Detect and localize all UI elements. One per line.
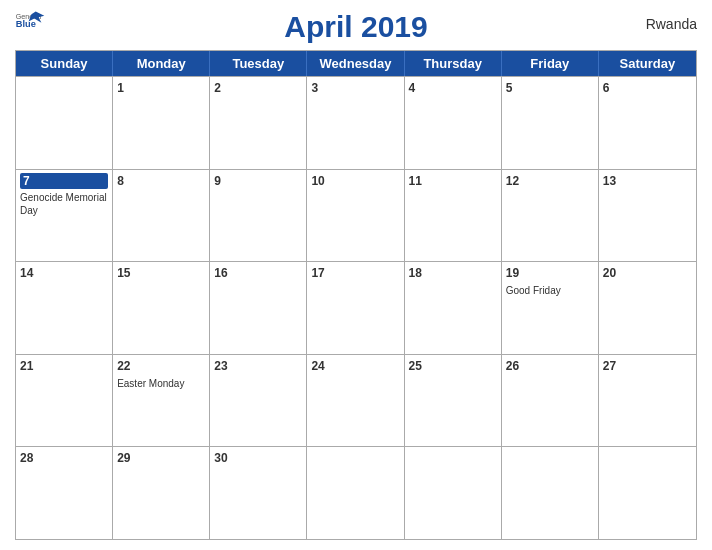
week-row-5: 282930 bbox=[16, 446, 696, 539]
country-label: Rwanda bbox=[646, 16, 697, 32]
calendar-grid: Sunday Monday Tuesday Wednesday Thursday… bbox=[15, 50, 697, 540]
header-wednesday: Wednesday bbox=[307, 51, 404, 76]
day-number: 15 bbox=[117, 265, 205, 282]
svg-text:Blue: Blue bbox=[16, 19, 36, 29]
day-number: 26 bbox=[506, 358, 594, 375]
day-number: 14 bbox=[20, 265, 108, 282]
day-number: 18 bbox=[409, 265, 497, 282]
day-number: 20 bbox=[603, 265, 692, 282]
day-cell-2-2: 16 bbox=[210, 262, 307, 354]
day-number: 21 bbox=[20, 358, 108, 375]
week-row-4: 2122Easter Monday2324252627 bbox=[16, 354, 696, 447]
day-cell-3-3: 24 bbox=[307, 355, 404, 447]
day-cell-2-4: 18 bbox=[405, 262, 502, 354]
day-cell-3-5: 26 bbox=[502, 355, 599, 447]
day-cell-0-1: 1 bbox=[113, 77, 210, 169]
header: General Blue April 2019 Rwanda bbox=[15, 10, 697, 44]
day-number: 17 bbox=[311, 265, 399, 282]
day-headers-row: Sunday Monday Tuesday Wednesday Thursday… bbox=[16, 51, 696, 76]
event-label: Genocide Memorial Day bbox=[20, 191, 108, 217]
day-cell-4-1: 29 bbox=[113, 447, 210, 539]
day-cell-1-3: 10 bbox=[307, 170, 404, 262]
day-cell-0-6: 6 bbox=[599, 77, 696, 169]
day-cell-0-2: 2 bbox=[210, 77, 307, 169]
header-monday: Monday bbox=[113, 51, 210, 76]
day-number: 28 bbox=[20, 450, 108, 467]
header-saturday: Saturday bbox=[599, 51, 696, 76]
header-friday: Friday bbox=[502, 51, 599, 76]
day-number: 25 bbox=[409, 358, 497, 375]
header-tuesday: Tuesday bbox=[210, 51, 307, 76]
calendar-title: April 2019 bbox=[284, 10, 427, 44]
day-cell-2-1: 15 bbox=[113, 262, 210, 354]
day-cell-1-1: 8 bbox=[113, 170, 210, 262]
day-cell-0-4: 4 bbox=[405, 77, 502, 169]
weeks-container: 1234567Genocide Memorial Day891011121314… bbox=[16, 76, 696, 539]
day-number: 29 bbox=[117, 450, 205, 467]
day-number: 19 bbox=[506, 265, 594, 282]
day-number: 9 bbox=[214, 173, 302, 190]
calendar-page: General Blue April 2019 Rwanda Sunday Mo… bbox=[0, 0, 712, 550]
day-number: 7 bbox=[20, 173, 108, 190]
day-number: 24 bbox=[311, 358, 399, 375]
week-row-2: 7Genocide Memorial Day8910111213 bbox=[16, 169, 696, 262]
day-number: 3 bbox=[311, 80, 399, 97]
day-cell-4-3 bbox=[307, 447, 404, 539]
day-cell-1-6: 13 bbox=[599, 170, 696, 262]
day-number: 8 bbox=[117, 173, 205, 190]
day-cell-3-2: 23 bbox=[210, 355, 307, 447]
day-cell-3-6: 27 bbox=[599, 355, 696, 447]
day-number: 11 bbox=[409, 173, 497, 190]
day-number: 1 bbox=[117, 80, 205, 97]
day-number: 16 bbox=[214, 265, 302, 282]
day-cell-2-0: 14 bbox=[16, 262, 113, 354]
day-number: 22 bbox=[117, 358, 205, 375]
day-number: 23 bbox=[214, 358, 302, 375]
week-row-3: 141516171819Good Friday20 bbox=[16, 261, 696, 354]
event-label: Easter Monday bbox=[117, 377, 205, 390]
day-cell-4-0: 28 bbox=[16, 447, 113, 539]
logo: General Blue bbox=[15, 10, 45, 30]
header-sunday: Sunday bbox=[16, 51, 113, 76]
event-label: Good Friday bbox=[506, 284, 594, 297]
header-thursday: Thursday bbox=[405, 51, 502, 76]
day-number: 4 bbox=[409, 80, 497, 97]
day-number: 10 bbox=[311, 173, 399, 190]
day-cell-1-4: 11 bbox=[405, 170, 502, 262]
day-cell-0-0 bbox=[16, 77, 113, 169]
day-cell-3-0: 21 bbox=[16, 355, 113, 447]
day-cell-0-5: 5 bbox=[502, 77, 599, 169]
day-cell-3-4: 25 bbox=[405, 355, 502, 447]
title-block: April 2019 bbox=[284, 10, 427, 44]
day-number: 27 bbox=[603, 358, 692, 375]
day-cell-2-3: 17 bbox=[307, 262, 404, 354]
day-number: 5 bbox=[506, 80, 594, 97]
day-cell-0-3: 3 bbox=[307, 77, 404, 169]
day-cell-1-0: 7Genocide Memorial Day bbox=[16, 170, 113, 262]
day-number: 12 bbox=[506, 173, 594, 190]
day-cell-2-5: 19Good Friday bbox=[502, 262, 599, 354]
day-number: 2 bbox=[214, 80, 302, 97]
day-number: 30 bbox=[214, 450, 302, 467]
day-cell-1-2: 9 bbox=[210, 170, 307, 262]
day-cell-2-6: 20 bbox=[599, 262, 696, 354]
day-cell-4-2: 30 bbox=[210, 447, 307, 539]
day-cell-3-1: 22Easter Monday bbox=[113, 355, 210, 447]
logo-icon: General Blue bbox=[15, 10, 45, 30]
day-cell-4-6 bbox=[599, 447, 696, 539]
day-cell-4-5 bbox=[502, 447, 599, 539]
day-number: 6 bbox=[603, 80, 692, 97]
day-cell-1-5: 12 bbox=[502, 170, 599, 262]
day-number: 13 bbox=[603, 173, 692, 190]
week-row-1: 123456 bbox=[16, 76, 696, 169]
day-cell-4-4 bbox=[405, 447, 502, 539]
